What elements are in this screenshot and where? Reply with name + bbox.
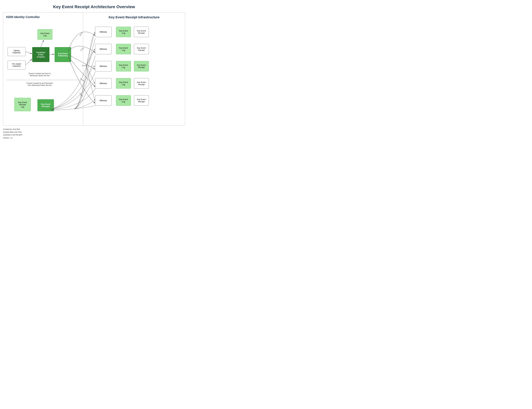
text-below-line: Events Created by and Receivedfrom Witne…	[21, 82, 58, 86]
witness-4-box: Witness	[95, 78, 112, 89]
footer-created-date: 10/6/2022 5:40 PM MDT	[3, 134, 185, 136]
witness-2-box: Witness	[95, 44, 112, 54]
witness-3-box: Witness	[95, 61, 112, 72]
witness-4-kel-box: Key EventLog	[116, 78, 131, 89]
svg-line-7	[86, 49, 95, 66]
inception-event-creation-box: InceptionEventCreation	[32, 47, 49, 62]
witness-2-kel-box: Key EventLog	[116, 44, 131, 54]
svg-line-9	[86, 66, 95, 83]
footer-version: Version: 1.0	[3, 136, 185, 139]
text-above-line: Events Created and Sent toWitnesses abov…	[21, 73, 58, 77]
key-event-receipt-log-box: Key EventReceiptLog	[14, 98, 31, 111]
pre-rotated-keypairs-box: Pre-rotatedKeypair(s)	[8, 61, 26, 70]
key-event-log-top: Key EventLog	[38, 29, 52, 40]
svg-line-2	[26, 59, 32, 65]
witness-3-kel-box: Key EventLog	[116, 61, 131, 72]
left-panel: KERI Identity Controller Key EventLog Si…	[3, 12, 83, 125]
cesr-label-3: CESR	[82, 65, 86, 66]
svg-line-1	[26, 52, 32, 54]
footer-created-by: Created by: Kent Bull	[3, 128, 185, 131]
signing-keypairs-box: SigningKeypair(s)	[8, 47, 26, 56]
footer: Created by: Kent Bull Created Date and T…	[3, 128, 185, 139]
witness-4-ker-box: Key EventReceipt	[134, 78, 149, 89]
svg-line-6	[86, 32, 95, 66]
left-panel-content: Key EventLog SigningKeypair(s) Pre-rotat…	[6, 20, 80, 122]
main-diagram: KERI Identity Controller Key EventLog Si…	[3, 12, 185, 126]
key-event-receipts-box: Key EventReceipts	[38, 99, 54, 111]
witness-1-kel-box: Key EventLog	[116, 27, 131, 37]
witness-3-ker-box: Key EventReceipt	[134, 61, 149, 72]
right-panel-title: Key Event Receipt Infrastructure	[86, 15, 182, 19]
left-panel-title: KERI Identity Controller	[6, 15, 80, 19]
divider-line	[6, 80, 80, 80]
right-panel: Key Event Receipt Infrastructure Witness…	[83, 12, 185, 125]
witness-2-ker-box: Key EventReceipt	[134, 44, 149, 54]
witness-5-ker-box: Key EventReceipt	[134, 95, 149, 106]
page-title: Key Event Receipt Architecture Overview	[3, 3, 185, 9]
svg-line-4	[41, 40, 44, 47]
witness-1-box: Witness	[95, 27, 112, 37]
key-event-publishing-box: Key EventPublishing	[55, 47, 71, 62]
right-panel-content: Witness Key EventLog Key EventReceipt Wi…	[86, 21, 182, 122]
witness-1-ker-box: Key EventReceipt	[134, 27, 149, 37]
witness-5-box: Witness	[95, 95, 112, 106]
footer-created-date-label: Created Date and Time:	[3, 131, 185, 134]
witness-5-kel-box: Key EventLog	[116, 95, 131, 106]
svg-line-10	[86, 66, 95, 100]
